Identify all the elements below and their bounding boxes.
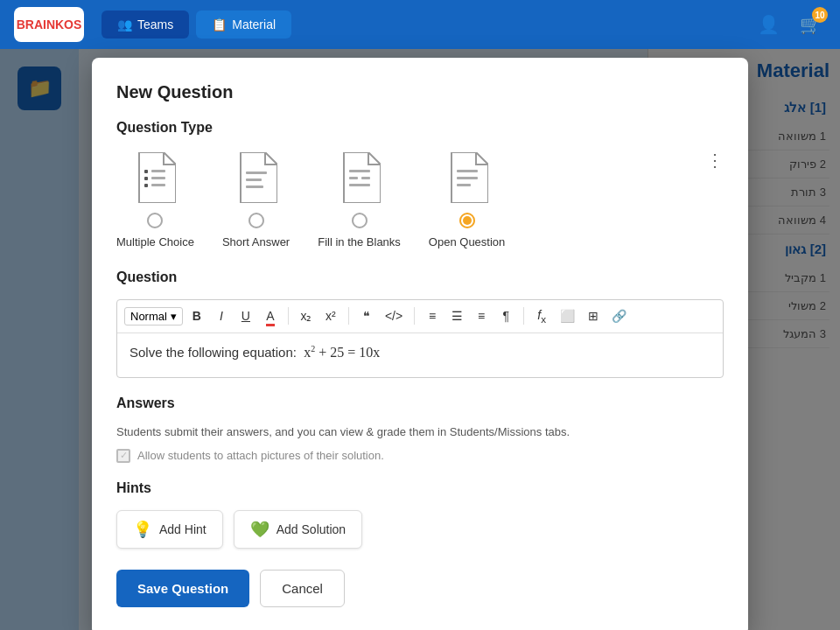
answers-description: Students submit their answers, and you c… [116,425,724,438]
hints-section: Hints 💡 Add Hint 💚 Add Solution [116,480,724,549]
multiple-choice-icon [130,150,179,206]
multiple-choice-label: Multiple Choice [116,235,194,248]
toolbar-divider-3 [414,307,415,325]
new-question-modal: New Question Question Type [92,58,748,630]
code-button[interactable]: </> [381,306,407,326]
fill-in-blanks-icon [335,150,384,206]
equation-text: x2 + 25 = 10x [300,345,380,360]
add-hint-button[interactable]: 💡 Add Hint [116,510,223,549]
svg-rect-5 [151,184,165,186]
table-button[interactable]: ⊞ [583,306,604,326]
material-label: Material [232,18,276,32]
teams-label: Teams [137,18,173,32]
question-text: Solve the following equation: [130,345,297,360]
question-type-section-title: Question Type [116,120,724,136]
material-button[interactable]: 📋 Material [196,10,291,38]
svg-rect-0 [144,170,148,173]
add-solution-button[interactable]: 💚 Add Solution [234,510,362,549]
teams-icon: 👥 [117,18,132,32]
more-options-button[interactable]: ⋮ [706,150,724,171]
qtype-fill-in-blanks[interactable]: Fill in the Blanks [318,150,401,248]
navbar: BRAINKOS 👥 Teams 📋 Material 👤 🛒 10 [0,0,840,49]
hints-buttons: 💡 Add Hint 💚 Add Solution [116,510,724,549]
list-unordered-button[interactable]: ☰ [446,306,467,326]
multiple-choice-radio[interactable] [147,213,163,228]
svg-rect-9 [349,170,370,172]
save-question-button[interactable]: Save Question [116,570,249,607]
answers-section-title: Answers [116,396,724,411]
short-answer-label: Short Answer [222,235,290,248]
svg-rect-10 [349,177,358,179]
question-editor: Normal ▾ B I U A x₂ x² ❝ </> ≡ ☰ ≡ ¶ [116,299,724,378]
qtype-multiple-choice[interactable]: Multiple Choice [116,150,194,248]
add-hint-label: Add Hint [159,522,206,536]
cart-badge: 10 [812,7,828,23]
svg-rect-8 [246,186,263,188]
subscript-button[interactable]: x₂ [296,306,317,326]
add-solution-label: Add Solution [276,522,346,536]
cart-button[interactable]: 🛒 10 [794,9,826,40]
lightbulb-icon: 💡 [133,520,152,539]
short-answer-radio[interactable] [248,213,264,228]
answers-section: Answers Students submit their answers, a… [116,396,724,463]
fill-in-blanks-radio[interactable] [352,213,368,228]
svg-rect-6 [246,172,267,174]
teams-button[interactable]: 👥 Teams [102,10,189,38]
logo: BRAINKOS [14,7,84,42]
cancel-button[interactable]: Cancel [260,570,345,607]
svg-rect-7 [246,178,262,181]
question-section-title: Question [116,270,724,285]
svg-rect-4 [144,184,148,187]
italic-button[interactable]: I [211,306,232,326]
modal-title: New Question [116,82,724,102]
formula-button[interactable]: fx [531,305,552,327]
toolbar-divider-2 [348,307,349,325]
open-question-radio[interactable] [459,213,475,228]
align-button[interactable]: ≡ [471,306,492,326]
toolbar-divider-1 [288,307,289,325]
svg-rect-3 [151,177,165,179]
bold-button[interactable]: B [186,306,207,326]
hints-section-title: Hints [116,480,724,496]
svg-rect-15 [457,184,471,186]
qtype-short-answer[interactable]: Short Answer [222,150,290,248]
account-button[interactable]: 👤 [752,9,784,40]
attach-pictures-checkbox[interactable] [116,449,130,463]
editor-toolbar: Normal ▾ B I U A x₂ x² ❝ </> ≡ ☰ ≡ ¶ [117,300,723,333]
attach-pictures-row: Allow students to attach pictures of the… [116,449,724,463]
editor-content[interactable]: Solve the following equation: x2 + 25 = … [117,333,723,377]
chevron-down-icon: ▾ [171,310,177,323]
svg-rect-14 [457,177,478,179]
style-select[interactable]: Normal ▾ [124,307,183,326]
underline-button[interactable]: U [235,306,256,326]
color-icon: A [266,309,274,326]
svg-rect-12 [349,184,370,186]
open-question-label: Open Question [429,235,505,248]
link-button[interactable]: 🔗 [607,306,631,326]
short-answer-icon [232,150,281,206]
image-button[interactable]: ⬜ [556,306,579,326]
svg-rect-11 [361,177,370,179]
color-button[interactable]: A [260,306,281,326]
fill-in-blanks-label: Fill in the Blanks [318,235,401,248]
account-icon: 👤 [758,14,780,35]
svg-rect-1 [151,170,165,172]
open-question-icon [443,150,492,206]
superscript-button[interactable]: x² [320,306,341,326]
quote-button[interactable]: ❝ [356,306,377,326]
paragraph-button[interactable]: ¶ [495,306,516,326]
style-select-label: Normal [130,310,167,323]
toolbar-divider-4 [523,307,524,325]
solution-icon: 💚 [250,520,270,539]
nav-right: 👤 🛒 10 [752,9,826,40]
qtype-open-question[interactable]: Open Question [429,150,505,248]
attach-pictures-label: Allow students to attach pictures of the… [137,449,384,462]
question-type-row: Multiple Choice Short Answer [116,150,724,248]
svg-rect-13 [457,170,478,172]
material-icon: 📋 [212,18,227,32]
list-ordered-button[interactable]: ≡ [422,306,443,326]
modal-overlay: New Question Question Type [0,49,840,630]
svg-rect-2 [144,177,148,180]
action-buttons: Save Question Cancel [116,570,724,607]
